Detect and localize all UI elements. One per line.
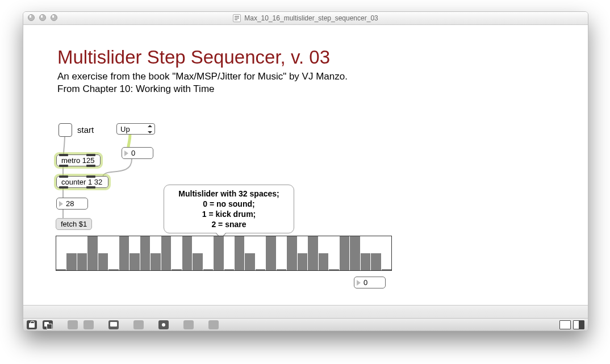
fetch-message[interactable]: fetch $1 [56, 218, 92, 230]
page-subtitle: An exercise from the book "Max/MSP/Jitte… [57, 70, 348, 95]
multislider-step[interactable] [203, 236, 214, 270]
multislider-step[interactable] [56, 236, 66, 270]
stepper-icon[interactable] [147, 125, 153, 133]
numbox-step[interactable]: 28 [56, 198, 88, 210]
window-title: Max_10_16_multislider_step_sequencer_03 [244, 14, 378, 22]
bottom-toolbar [23, 305, 588, 330]
split-pane-icon[interactable] [573, 320, 584, 329]
metro-object[interactable]: metro 125 [56, 154, 101, 166]
page-title: Multislider Step Sequencer, v. 03 [57, 47, 330, 68]
multislider-step[interactable] [172, 236, 182, 270]
traffic-lights [28, 14, 57, 21]
direction-dropdown[interactable]: Up [116, 123, 155, 135]
multislider-step[interactable] [235, 236, 245, 270]
multislider-step[interactable] [193, 236, 203, 270]
multislider-step[interactable] [129, 236, 140, 270]
multislider-step[interactable] [298, 236, 308, 270]
multislider-step[interactable] [256, 236, 266, 270]
max-patcher-window: Max_10_16_multislider_step_sequencer_03 … [23, 11, 588, 331]
multislider-step[interactable] [277, 236, 287, 270]
counter-object[interactable]: counter 1 32 [56, 176, 108, 188]
multislider-step[interactable] [266, 236, 276, 270]
multislider-step[interactable] [66, 236, 77, 270]
close-icon[interactable] [28, 14, 35, 21]
multislider-step[interactable] [340, 236, 350, 270]
palette-icon[interactable] [208, 320, 219, 329]
toggle-start[interactable] [59, 123, 72, 137]
patcher-canvas[interactable]: Multislider Step Sequencer, v. 03 An exe… [23, 25, 588, 306]
multislider-step[interactable] [287, 236, 297, 270]
direction-value: Up [120, 125, 130, 133]
multislider-step[interactable] [161, 236, 172, 270]
multislider-step[interactable] [308, 236, 318, 270]
multislider-step[interactable] [245, 236, 255, 270]
multislider-step[interactable] [182, 236, 193, 270]
multislider-step[interactable] [319, 236, 329, 270]
multislider-step[interactable] [361, 236, 371, 270]
presentation-icon[interactable] [108, 320, 119, 329]
multislider-step[interactable] [140, 236, 151, 270]
single-pane-icon[interactable] [559, 320, 571, 329]
multislider-step[interactable] [87, 236, 98, 270]
multislider-step[interactable] [371, 236, 381, 270]
lock-icon[interactable] [27, 320, 37, 329]
multislider-step[interactable] [108, 236, 119, 270]
audio-icon[interactable] [158, 320, 169, 329]
multislider-step[interactable] [214, 236, 224, 270]
titlebar: Max_10_16_multislider_step_sequencer_03 [23, 12, 588, 25]
grid-icon[interactable] [183, 320, 194, 329]
multislider-step[interactable] [224, 236, 235, 270]
new-view-icon[interactable] [43, 320, 53, 329]
multislider-step[interactable] [77, 236, 87, 270]
document-icon [233, 14, 241, 22]
start-label: start [77, 125, 94, 135]
multislider-step[interactable] [382, 236, 391, 270]
grid-toggle-icon[interactable] [83, 320, 94, 329]
multislider-step[interactable] [350, 236, 360, 270]
minimize-icon[interactable] [39, 14, 46, 21]
zoom-icon[interactable] [68, 320, 78, 329]
multislider-step[interactable] [329, 236, 339, 270]
multislider-step[interactable] [98, 236, 108, 270]
multislider[interactable] [56, 236, 392, 271]
zoom-icon[interactable] [51, 14, 57, 21]
bubble-comment: Multislider with 32 spaces; 0 = no sound… [164, 185, 294, 233]
info-icon[interactable] [133, 320, 144, 329]
numbox-output[interactable]: 0 [354, 277, 386, 288]
multislider-step[interactable] [151, 236, 161, 270]
numbox-direction[interactable]: 0 [122, 147, 153, 159]
multislider-step[interactable] [119, 236, 129, 270]
